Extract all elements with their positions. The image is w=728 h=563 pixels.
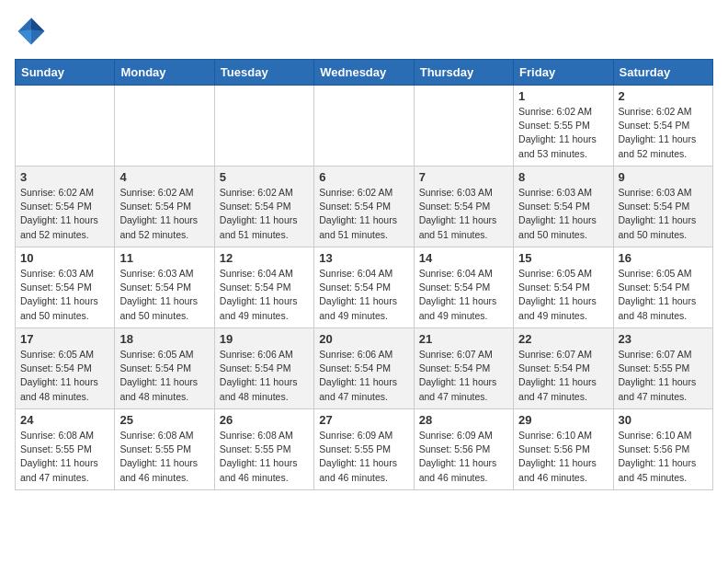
day-number: 13 [319, 251, 408, 265]
day-info: Sunrise: 6:07 AM Sunset: 5:54 PM Dayligh… [518, 348, 608, 404]
day-number: 4 [119, 170, 209, 184]
weekday-header-row: SundayMondayTuesdayWednesdayThursdayFrid… [16, 60, 713, 86]
day-info: Sunrise: 6:08 AM Sunset: 5:55 PM Dayligh… [119, 429, 209, 485]
day-number: 22 [518, 332, 608, 346]
day-info: Sunrise: 6:04 AM Sunset: 5:54 PM Dayligh… [220, 267, 309, 323]
day-number: 29 [518, 413, 608, 427]
day-number: 24 [20, 413, 109, 427]
svg-marker-1 [31, 18, 44, 31]
calendar-week-row: 10Sunrise: 6:03 AM Sunset: 5:54 PM Dayli… [16, 247, 713, 328]
calendar-cell: 16Sunrise: 6:05 AM Sunset: 5:54 PM Dayli… [613, 247, 712, 328]
day-info: Sunrise: 6:02 AM Sunset: 5:54 PM Dayligh… [619, 105, 708, 161]
day-number: 2 [619, 89, 708, 103]
calendar-cell: 20Sunrise: 6:06 AM Sunset: 5:54 PM Dayli… [314, 328, 414, 409]
day-number: 6 [319, 170, 408, 184]
day-number: 26 [220, 413, 309, 427]
day-info: Sunrise: 6:03 AM Sunset: 5:54 PM Dayligh… [518, 186, 608, 242]
calendar-cell: 19Sunrise: 6:06 AM Sunset: 5:54 PM Dayli… [214, 328, 313, 409]
day-info: Sunrise: 6:10 AM Sunset: 5:56 PM Dayligh… [518, 429, 608, 485]
logo [15, 15, 51, 48]
day-number: 5 [220, 170, 309, 184]
day-info: Sunrise: 6:02 AM Sunset: 5:54 PM Dayligh… [20, 186, 109, 242]
day-number: 20 [319, 332, 408, 346]
day-number: 14 [419, 251, 508, 265]
day-number: 11 [119, 251, 209, 265]
calendar-cell: 6Sunrise: 6:02 AM Sunset: 5:54 PM Daylig… [314, 167, 414, 247]
day-info: Sunrise: 6:02 AM Sunset: 5:55 PM Dayligh… [518, 105, 608, 161]
page-header [15, 15, 713, 48]
calendar-cell: 13Sunrise: 6:04 AM Sunset: 5:54 PM Dayli… [314, 247, 414, 328]
calendar-cell: 10Sunrise: 6:03 AM Sunset: 5:54 PM Dayli… [16, 247, 115, 328]
day-info: Sunrise: 6:04 AM Sunset: 5:54 PM Dayligh… [419, 267, 508, 323]
day-number: 28 [419, 413, 508, 427]
calendar-cell: 26Sunrise: 6:08 AM Sunset: 5:55 PM Dayli… [214, 409, 313, 490]
weekday-header: Sunday [16, 60, 115, 86]
day-info: Sunrise: 6:06 AM Sunset: 5:54 PM Dayligh… [220, 348, 309, 404]
calendar-cell: 2Sunrise: 6:02 AM Sunset: 5:54 PM Daylig… [613, 86, 712, 167]
day-info: Sunrise: 6:03 AM Sunset: 5:54 PM Dayligh… [119, 267, 209, 323]
calendar-cell: 28Sunrise: 6:09 AM Sunset: 5:56 PM Dayli… [414, 409, 513, 490]
day-info: Sunrise: 6:05 AM Sunset: 5:54 PM Dayligh… [119, 348, 209, 404]
day-number: 1 [518, 89, 608, 103]
day-number: 9 [619, 170, 708, 184]
weekday-header: Friday [514, 60, 613, 86]
day-info: Sunrise: 6:07 AM Sunset: 5:55 PM Dayligh… [619, 348, 708, 404]
calendar-cell: 27Sunrise: 6:09 AM Sunset: 5:55 PM Dayli… [314, 409, 414, 490]
day-info: Sunrise: 6:04 AM Sunset: 5:54 PM Dayligh… [319, 267, 408, 323]
calendar-cell: 24Sunrise: 6:08 AM Sunset: 5:55 PM Dayli… [16, 409, 115, 490]
day-number: 30 [619, 413, 708, 427]
calendar-week-row: 3Sunrise: 6:02 AM Sunset: 5:54 PM Daylig… [16, 167, 713, 247]
calendar-cell: 4Sunrise: 6:02 AM Sunset: 5:54 PM Daylig… [115, 167, 214, 247]
calendar-cell [16, 86, 115, 167]
day-number: 15 [518, 251, 608, 265]
calendar-cell: 11Sunrise: 6:03 AM Sunset: 5:54 PM Dayli… [115, 247, 214, 328]
calendar-cell: 23Sunrise: 6:07 AM Sunset: 5:55 PM Dayli… [613, 328, 712, 409]
day-number: 8 [518, 170, 608, 184]
calendar-cell: 7Sunrise: 6:03 AM Sunset: 5:54 PM Daylig… [414, 167, 513, 247]
calendar-cell [414, 86, 513, 167]
day-info: Sunrise: 6:05 AM Sunset: 5:54 PM Dayligh… [619, 267, 708, 323]
day-info: Sunrise: 6:08 AM Sunset: 5:55 PM Dayligh… [20, 429, 109, 485]
calendar-cell: 22Sunrise: 6:07 AM Sunset: 5:54 PM Dayli… [514, 328, 613, 409]
calendar-cell: 9Sunrise: 6:03 AM Sunset: 5:54 PM Daylig… [613, 167, 712, 247]
day-info: Sunrise: 6:05 AM Sunset: 5:54 PM Dayligh… [20, 348, 109, 404]
weekday-header: Tuesday [214, 60, 313, 86]
day-info: Sunrise: 6:03 AM Sunset: 5:54 PM Dayligh… [419, 186, 508, 242]
calendar-cell: 8Sunrise: 6:03 AM Sunset: 5:54 PM Daylig… [514, 167, 613, 247]
calendar-cell [115, 86, 214, 167]
weekday-header: Saturday [613, 60, 712, 86]
calendar-cell [214, 86, 313, 167]
day-number: 18 [119, 332, 209, 346]
calendar-cell: 21Sunrise: 6:07 AM Sunset: 5:54 PM Dayli… [414, 328, 513, 409]
calendar-cell: 30Sunrise: 6:10 AM Sunset: 5:56 PM Dayli… [613, 409, 712, 490]
day-number: 27 [319, 413, 408, 427]
day-number: 16 [619, 251, 708, 265]
calendar-cell: 25Sunrise: 6:08 AM Sunset: 5:55 PM Dayli… [115, 409, 214, 490]
weekday-header: Monday [115, 60, 214, 86]
calendar-cell: 5Sunrise: 6:02 AM Sunset: 5:54 PM Daylig… [214, 167, 313, 247]
day-info: Sunrise: 6:09 AM Sunset: 5:56 PM Dayligh… [419, 429, 508, 485]
day-info: Sunrise: 6:06 AM Sunset: 5:54 PM Dayligh… [319, 348, 408, 404]
day-number: 21 [419, 332, 508, 346]
day-number: 7 [419, 170, 508, 184]
calendar-cell: 18Sunrise: 6:05 AM Sunset: 5:54 PM Dayli… [115, 328, 214, 409]
day-info: Sunrise: 6:08 AM Sunset: 5:55 PM Dayligh… [220, 429, 309, 485]
calendar-cell: 3Sunrise: 6:02 AM Sunset: 5:54 PM Daylig… [16, 167, 115, 247]
calendar-week-row: 17Sunrise: 6:05 AM Sunset: 5:54 PM Dayli… [16, 328, 713, 409]
day-number: 23 [619, 332, 708, 346]
calendar-cell: 29Sunrise: 6:10 AM Sunset: 5:56 PM Dayli… [514, 409, 613, 490]
calendar-table: SundayMondayTuesdayWednesdayThursdayFrid… [15, 59, 713, 490]
day-number: 3 [20, 170, 109, 184]
svg-marker-2 [18, 29, 31, 44]
calendar-cell: 1Sunrise: 6:02 AM Sunset: 5:55 PM Daylig… [514, 86, 613, 167]
day-number: 25 [119, 413, 209, 427]
logo-icon [15, 15, 48, 48]
day-number: 17 [20, 332, 109, 346]
day-info: Sunrise: 6:07 AM Sunset: 5:54 PM Dayligh… [419, 348, 508, 404]
day-number: 12 [220, 251, 309, 265]
day-info: Sunrise: 6:09 AM Sunset: 5:55 PM Dayligh… [319, 429, 408, 485]
day-info: Sunrise: 6:10 AM Sunset: 5:56 PM Dayligh… [619, 429, 708, 485]
calendar-cell: 15Sunrise: 6:05 AM Sunset: 5:54 PM Dayli… [514, 247, 613, 328]
day-info: Sunrise: 6:02 AM Sunset: 5:54 PM Dayligh… [119, 186, 209, 242]
day-info: Sunrise: 6:05 AM Sunset: 5:54 PM Dayligh… [518, 267, 608, 323]
